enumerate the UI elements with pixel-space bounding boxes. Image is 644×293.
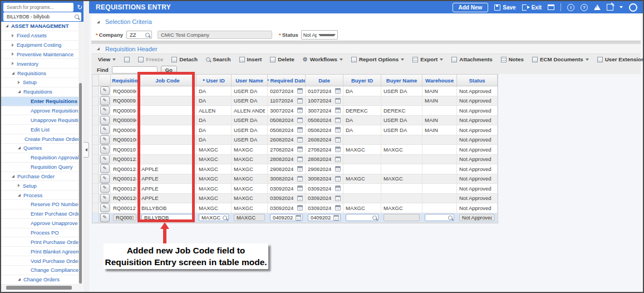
sidebar-vertical-scrollbar[interactable] [78,22,82,285]
open-window-icon[interactable] [548,4,554,10]
cell-status[interactable]: Not Approved [457,86,498,96]
edit-row-button[interactable]: ✎ [100,213,110,222]
cell-date[interactable]: 05082024 [306,125,343,135]
attachments-button[interactable]: Attachments [451,56,492,62]
tree-item-approve-requisitions[interactable]: Approve Requisitions [1,106,78,116]
cell-buyer-id[interactable] [343,164,381,174]
edit-row-button[interactable]: ✎ [100,135,110,144]
cell-job[interactable] [139,86,196,96]
user-extensions-button[interactable]: User Extensions [597,56,644,62]
tree-item-fixed-assets[interactable]: Fixed Assets [1,31,78,41]
column-header-buyer-name[interactable]: Buyer Name [381,75,422,86]
column-header-required-date[interactable]: * Required Date [268,75,306,86]
tree-item-requisitions[interactable]: Requisitions [1,69,78,78]
cell-buyer-id[interactable]: MAXGC [343,174,381,184]
cell-date[interactable]: 03092024 [306,194,343,203]
cell-user-id[interactable]: DA [196,125,232,135]
tree-item-requisition-approval[interactable]: Requisition Approval [1,153,78,163]
tree-item-setup[interactable]: Setup [1,181,78,191]
cell-date[interactable]: 28082024 [306,155,343,164]
cell-user-id[interactable]: MAXGC [196,145,232,154]
cell-job[interactable]: APPLE [139,164,196,174]
cell-user-name[interactable]: USER DA [232,96,268,106]
cell-required-date[interactable]: 26082024 [268,135,306,145]
table-row-rq000093[interactable]: ✎RQ000093ALLENALLEN ANDERSON300720243007… [92,106,498,116]
tree-expanded-icon[interactable] [12,175,14,178]
cell-user-name[interactable]: MAXGC [232,203,268,213]
cell-warehouse[interactable] [422,203,457,213]
cell-user-name[interactable]: USER DA [232,125,268,135]
table-row-rq000090[interactable]: ✎RQ000090DAUSER DA0207202401072024DAUSER… [92,86,498,96]
table-row-rq000096[interactable]: ✎RQ000096DAUSER DA0508202405082024DAUSER… [92,116,498,126]
cell-req[interactable]: RQ000125 [111,184,139,193]
cell-job[interactable] [139,145,196,154]
tree-collapsed-icon[interactable] [18,81,20,84]
tree-item-unapprove-requisitions[interactable]: Unapprove Requisitions [1,115,78,125]
program-filter-input[interactable] [6,13,75,20]
tree-item-enter-requisitions[interactable]: Enter Requisitions [1,97,78,106]
cell-status[interactable]: Not Approved [457,145,498,154]
column-header-user-id[interactable]: * User ID [196,75,232,86]
cell-user-name[interactable]: MAXGC [232,164,268,174]
tree-item-print-purchase-order[interactable]: Print Purchase Order [1,237,78,247]
cell-warehouse[interactable] [422,194,457,203]
cell-date[interactable]: 01072024 [306,86,343,96]
cell-user-name[interactable]: MAXGC [232,194,268,203]
tree-expanded-icon[interactable] [18,146,21,149]
cell-warehouse[interactable]: MAIN [422,125,457,135]
column-header-date[interactable]: Date [306,75,343,86]
cell-req[interactable]: RQ000091 [111,96,139,106]
cell-req[interactable]: RQ000107 [111,145,139,154]
tree-item-asset-management[interactable]: ASSET MANAGEMENT [1,22,78,31]
cell-required-date[interactable]: 03092024 [268,184,306,193]
edit-row-button[interactable]: ✎ [100,106,110,115]
table-row-rq000123[interactable]: ✎RQ000123APPLEMAXGCMAXGC2908202429082024… [92,164,498,174]
cell-status[interactable]: Not Approved [457,116,498,125]
tree-item-approve-unapprove-purchase-order[interactable]: Approve Unapprove Purchase Order [1,219,78,228]
tree-item-process[interactable]: Process [1,191,78,200]
tree-item-reserve-po-numbers[interactable]: Reserve PO Numbers [1,200,78,209]
cell-user-id[interactable]: DA [196,116,232,125]
edit-row-button[interactable]: ✎ [100,155,110,164]
required-date-edit-field[interactable] [270,214,303,221]
notes-button[interactable]: Notes [501,56,524,62]
edit-row-button[interactable]: ✎ [100,184,110,193]
cell-job[interactable]: APPLE [139,184,196,193]
tree-expanded-icon[interactable] [18,278,21,281]
company-code-field[interactable] [126,31,152,39]
selection-criteria-header[interactable]: Selection Criteria [97,18,152,25]
cell-required-date[interactable]: 03092024 [268,203,306,213]
tree-item-process-po[interactable]: Process PO [1,228,78,238]
cell-buyer-name[interactable] [381,96,422,106]
cell-date[interactable]: 29082024 [306,164,343,174]
user-id-input[interactable] [200,214,222,221]
cell-user-name[interactable]: MAXGC [232,174,268,184]
chevron-down-icon[interactable] [620,6,623,8]
tree-item-print-blanket-agreement[interactable]: Print Blanket Agreement [1,247,78,256]
tree-collapsed-icon[interactable] [12,34,14,37]
edit-row-button[interactable]: ✎ [100,125,110,134]
cell-required-date[interactable]: 27082024 [268,145,306,154]
exit-button[interactable]: Exit [522,4,542,11]
cell-date[interactable]: 27082024 [306,145,343,154]
cell-required-date[interactable]: 05082024 [268,116,306,125]
refresh-programs-icon[interactable]: ↻ [77,3,82,11]
cell-date[interactable]: 10072024 [306,96,343,106]
sidebar-horizontal-scrollbar[interactable] [1,285,82,291]
cell-user-id[interactable]: MAXGC [196,203,232,213]
cell-buyer-name[interactable] [381,194,422,203]
export-button[interactable]: Export [412,56,443,62]
cell-buyer-name[interactable]: USER DA [381,116,422,125]
company-lookup-icon[interactable] [145,33,150,37]
tree-item-preventive-maintenance[interactable]: Preventive Maintenance [1,50,78,60]
cell-warehouse[interactable]: MAIN [422,116,457,125]
cell-job[interactable] [139,96,196,106]
cell-buyer-id[interactable] [343,184,381,193]
edit-row-button[interactable]: ✎ [100,203,110,212]
cell-user-id[interactable]: MAXGC [196,155,232,164]
cell-user-name[interactable]: MAXGC [232,155,268,164]
cell-user-name[interactable]: USER DA [232,116,268,125]
cell-warehouse[interactable]: MAIN [422,86,457,96]
table-row-rq000107[interactable]: ✎RQ000107MAXGCMAXGC2708202427082024MAXGC… [92,145,498,155]
cell-status[interactable]: Not Approved [457,125,498,135]
